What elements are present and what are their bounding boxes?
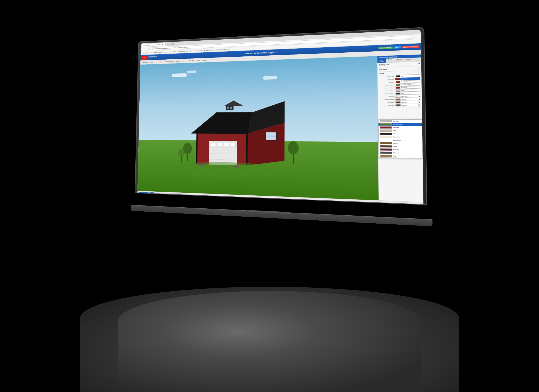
ceiling-liner-value[interactable]: Burgundy [395,101,418,103]
viewport[interactable] [138,56,379,200]
bookmark-label: Getting Started [143,52,150,53]
bookmark-label-2: Littleflow | Backgr... [153,52,163,53]
toolbar-porch[interactable]: Porch ▼ [150,61,155,63]
color-option-bone-white[interactable]: Bone White [379,135,422,139]
tab-packages[interactable]: Packages [403,58,412,62]
color-option-barn-red[interactable]: Barn Red [379,126,422,129]
toolbar-edit-3d[interactable]: Edit 3D [196,59,201,61]
laptop-base [131,205,433,226]
tab-pkg-label: Packages [405,58,411,60]
address-text: https://postframesolver.azurewebsites.ne… [154,47,188,49]
accent2-value[interactable]: Barn Red [395,86,420,89]
accent4-value[interactable]: Black [395,92,420,95]
submit-quote-button[interactable]: SUBMIT FOR QUOTE [401,45,419,48]
svg-rect-12 [231,143,236,146]
wainscot-arrow[interactable]: ▶ [419,95,420,97]
trim-color-value[interactable]: Barn Red [395,80,420,83]
toolbar-edit-2d[interactable]: Edit 2D [202,59,208,61]
color-option-ash-gray[interactable]: Ash Gray [379,120,422,123]
color-option-black[interactable]: Black [379,132,422,136]
print-button[interactable]: PRINT [394,46,401,49]
bone-white-label: Bone White [393,136,421,138]
landscape-settings-tab[interactable]: Landscape Settings [170,193,182,196]
wall-color-value[interactable]: Barn Red [395,77,420,81]
toolbar-dormer[interactable]: Dormer [182,60,187,62]
roof-color-label: Roof Color [379,76,394,77]
upper-sheathing-label: Upper Sheathing [379,99,395,100]
building-size-arrow[interactable]: ▶ [419,62,420,64]
refresh-button[interactable]: ↺ [147,48,149,50]
bookmark-littleflow[interactable]: 📄 Littleflow | Backgr... [152,52,163,53]
lean-to-arrow: ▼ [162,61,162,62]
toolbar-attached-building[interactable]: Attached Building [164,60,174,62]
shell-tab[interactable]: Shell [149,192,154,195]
svg-marker-20 [224,100,243,106]
avocado-label: Avocado Green [393,124,420,125]
create-option-button[interactable]: CREATE OPTION [378,47,393,49]
svg-rect-10 [218,143,222,146]
dormer-label: Dormer [182,60,186,62]
bright-white-label: Bright White [393,140,421,141]
upper-sheathing-value[interactable]: Bronze [395,98,418,101]
bookmark-element[interactable]: 📄 Element How Fram... [177,50,189,52]
tab-job-label: Job [416,58,418,60]
bookmark-icon-7: 🔤 [217,49,219,51]
wall-liner-arrow[interactable]: ▶ [419,104,420,106]
colors-title: Colors ✓ [379,72,420,75]
back-button[interactable]: ← [142,48,144,50]
charcoal-swatch [380,152,392,154]
wall-liner-value[interactable]: Charcoal [395,104,418,106]
tab-details-label: Details [388,59,392,61]
bookmark-screenshot[interactable]: 📷 Screenshot Match... [204,49,216,51]
bookmark-email[interactable]: 📧 Email Templates | P... [164,51,176,53]
cloud-3 [263,76,277,80]
browser-tab-new[interactable]: New Tab × [165,42,175,46]
view-options-button[interactable]: VIEW OPTIONS [139,192,149,194]
toolbar-open-wall[interactable]: Open Wall [188,59,195,62]
bookmark-fonts[interactable]: 🔤 Browse Fonts - Goo... [217,48,230,50]
landscape-tab[interactable]: Landscape [161,193,169,195]
svg-rect-11 [224,143,229,146]
tab-door-window[interactable]: Door and Window [395,58,403,62]
color-option-avocado[interactable]: Avocado Green [379,123,422,126]
open-wall-label: Open Wall [189,60,194,61]
color-option-beige[interactable]: Beige [379,129,422,132]
roof-color-value[interactable]: Black [395,74,420,77]
accent3-value[interactable]: Beige [395,89,420,92]
tab-main-building[interactable]: Main Building [377,59,386,63]
roof-tab[interactable]: Roof [155,192,160,195]
bookmark-button[interactable]: ☆ [413,35,415,38]
wall-color-label: Wall Color [379,78,394,80]
roof-peak-arrow[interactable]: ▶ [419,67,420,69]
svg-line-2 [217,112,253,112]
beige-swatch [380,129,392,132]
bookmark-icon-3: 📧 [164,51,165,53]
tab-job[interactable]: Job [412,57,421,62]
wall-liner-row: Wall Liner Charcoal ▶ [379,104,420,106]
barn-red-label: Barn Red [393,127,420,129]
color-dropdown[interactable]: Ash Gray Avocado Green Barn Red [378,119,423,158]
toolbar-cupola[interactable]: Cupola [175,60,180,62]
new-tab-close[interactable]: × [172,43,174,45]
settings-button[interactable]: ⋮ [416,35,419,38]
building-size-label: Building Size [379,64,389,66]
wainscot-value[interactable]: Bone White [395,95,418,98]
black-swatch [380,133,392,135]
tab-details[interactable]: Details [386,58,395,62]
upper-sheathing-arrow[interactable]: ▶ [419,98,420,100]
accent4-row: Accent Color 4 Black [379,92,420,95]
bookmark-label-7: Browse Fonts - Goo... [219,49,230,50]
accent1-value[interactable]: Avocado Green [395,83,420,86]
forward-button[interactable]: → [145,48,147,50]
logo-text-block: CUMBERLAND SUPPLY, LLC [148,56,157,59]
bookmark-icon-5: 🖼 [190,50,191,52]
tab-close-button[interactable]: × [162,43,163,45]
color-option-clay[interactable]: Clay [379,154,422,158]
ceiling-liner-arrow[interactable]: ▶ [419,101,420,103]
toolbar-lean-to[interactable]: Lean-To ▼ [156,61,163,63]
tab-main-label: Main Building [379,59,384,62]
bookmark-getting-started[interactable]: 📄 Getting Started [142,52,150,54]
new-tab-button[interactable]: + [176,42,178,45]
bookmark-batch[interactable]: 🖼 Batch Image Conve... [190,50,203,52]
toolbar-openings[interactable]: Openings ▼ [141,61,149,63]
